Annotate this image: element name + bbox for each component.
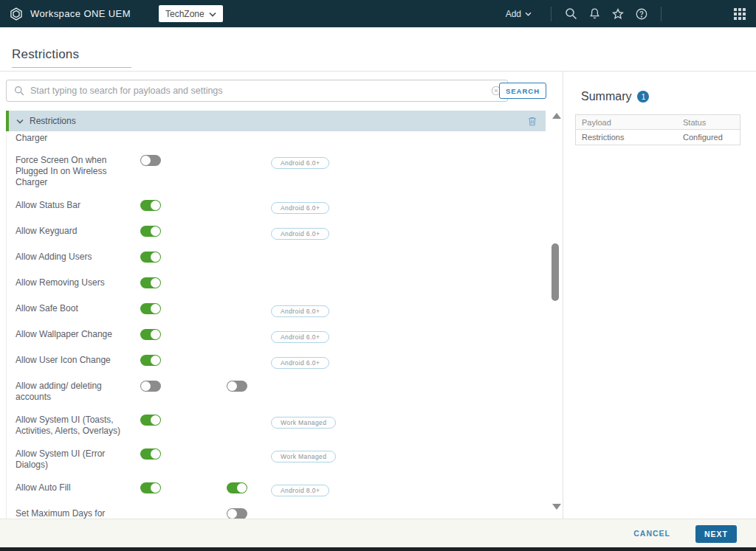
trash-icon[interactable] [526,115,538,128]
profile-name-field[interactable]: Restrictions [12,47,131,68]
setting-label: Force Screen On when Plugged In on Wirel… [16,155,140,188]
toggle-column-secondary [227,508,271,519]
summary-table-header: PayloadStatus [576,115,740,130]
os-version-badge: Android 6.0+ [271,157,329,169]
top-navbar: Workspace ONE UEM TechZone Add [0,0,756,27]
toggle-switch[interactable] [140,252,161,263]
toggle-column-secondary [227,482,271,496]
search-input[interactable] [24,86,484,96]
search-input-container [6,80,508,102]
summary-header-cell: Payload [576,118,677,127]
toggle-switch[interactable] [140,303,161,314]
toggle-knob [151,201,160,210]
toggle-switch[interactable] [140,226,161,237]
chevron-down-icon [209,9,216,19]
setting-row: Allow System UI (Error Dialogs)Work Mana… [7,443,546,477]
favorites-star-icon[interactable] [606,0,630,27]
badge-column: Android 6.0+ [271,226,329,240]
profile-title-bar: Restrictions [0,27,756,72]
scrollbar-up-arrow[interactable] [552,113,561,119]
setting-label: Allow User Icon Change [16,355,140,366]
toggle-switch[interactable] [140,200,161,211]
toggle-knob [151,304,160,313]
chevron-down-icon [525,12,532,16]
setting-label: Allow Adding Users [16,252,140,263]
payload-search-bar: SEARCH [6,80,546,102]
notifications-bell-icon[interactable] [583,0,606,27]
toggle-switch[interactable] [140,155,161,166]
os-version-badge: Work Managed [271,417,336,429]
toggle-switch[interactable] [140,482,161,493]
os-version-badge: Android 6.0+ [271,331,329,343]
toggle-knob [151,415,160,425]
toggle-switch[interactable] [140,329,161,340]
settings-rows-list: ChargerForce Screen On when Plugged In o… [6,131,546,519]
toggle-column-primary [140,329,227,343]
scrollbar-thumb[interactable] [551,243,559,301]
setting-label: Charger [16,133,140,144]
toggle-column-primary [140,415,227,429]
profile-editor-content: SEARCH Restrictions ChargerForce Screen … [0,72,756,519]
global-search-icon[interactable] [559,0,583,27]
toggle-column-primary [140,303,227,317]
badge-column: Work Managed [271,448,336,462]
toggle-switch[interactable] [140,277,161,288]
setting-row: Allow Adding Users [7,246,546,271]
summary-table-row: RestrictionsConfigured [576,130,740,145]
toggle-column-primary [140,226,227,240]
setting-row: Allow KeyguardAndroid 6.0+ [7,220,546,246]
toggle-switch[interactable] [140,381,161,392]
toggle-knob [151,356,160,365]
toggle-switch[interactable] [227,508,247,519]
toggle-knob [227,509,237,519]
summary-cell: Configured [677,133,740,142]
toggle-switch[interactable] [140,355,161,366]
toggle-column-primary [140,200,227,214]
summary-title: Summary [581,90,631,103]
setting-label: Allow System UI (Toasts, Activities, Ale… [16,415,140,437]
navbar-divider [551,7,551,21]
toggle-column-primary [140,381,227,395]
badge-column: Android 6.0+ [271,303,329,317]
next-button[interactable]: NEXT [695,525,737,543]
workspace-one-logo-icon [9,7,24,21]
setting-label: Allow Wallpaper Change [16,329,140,340]
search-button[interactable]: SEARCH [499,83,546,99]
toggle-knob [151,330,160,339]
cancel-button[interactable]: CANCEL [633,529,670,538]
section-title: Restrictions [30,116,76,126]
help-icon[interactable] [630,0,653,27]
navbar-actions: Add [506,0,756,27]
toggle-column-primary [140,277,227,291]
app-title: Workspace ONE UEM [30,8,131,19]
wizard-footer: CANCEL NEXT [0,519,756,547]
restrictions-section-header[interactable]: Restrictions [6,111,546,131]
os-version-badge: Android 8.0+ [271,485,329,496]
toggle-switch[interactable] [140,448,161,460]
os-version-badge: Work Managed [271,451,336,462]
workspace-one-uem-window: Workspace ONE UEM TechZone Add [0,0,756,551]
organization-group-label: TechZone [165,9,205,19]
summary-count-badge: 1 [637,91,649,103]
scrollbar-down-arrow[interactable] [552,504,561,510]
summary-header-cell: Status [677,118,740,127]
setting-label: Allow Safe Boot [16,303,140,314]
toggle-column-secondary [227,381,271,395]
setting-row: Allow Safe BootAndroid 6.0+ [7,297,546,323]
setting-label: Allow System UI (Error Dialogs) [16,448,140,471]
toggle-switch[interactable] [227,482,247,493]
add-menu-button[interactable]: Add [506,9,532,19]
toggle-knob [141,156,151,165]
toggle-knob [151,483,160,493]
navbar-divider [661,7,662,21]
app-grid-icon[interactable] [734,8,746,20]
badge-column: Android 6.0+ [271,355,329,369]
organization-group-selector[interactable]: TechZone [159,5,223,22]
setting-row: Allow System UI (Toasts, Activities, Ale… [7,409,546,443]
toggle-switch[interactable] [227,381,247,392]
badge-column: Android 6.0+ [271,155,329,169]
toggle-knob [141,381,151,391]
toggle-switch[interactable] [140,415,161,426]
badge-column: Android 6.0+ [271,200,329,214]
setting-row: Force Screen On when Plugged In on Wirel… [7,149,546,194]
